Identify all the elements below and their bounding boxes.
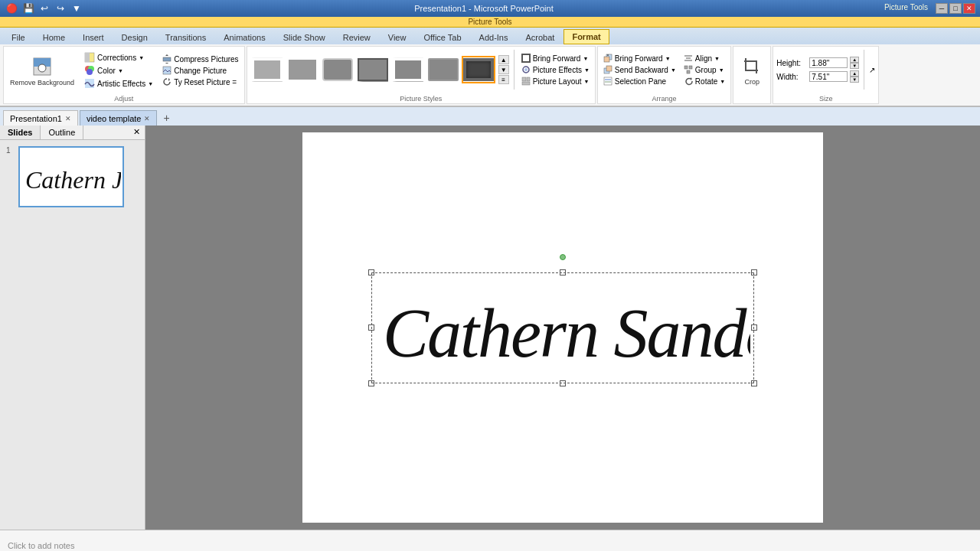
slide-canvas[interactable]: Cathern Sanders Reach [302,132,823,523]
reset-picture-icon [162,77,172,86]
doc-tab-close-2[interactable]: ✕ [144,115,150,122]
save-btn[interactable]: 💾 [21,2,35,15]
window-title: Presentation1 - Microsoft PowerPoint [83,4,884,13]
height-spin-up[interactable]: ▲ [850,57,859,63]
undo-btn[interactable]: ↩ [38,2,51,15]
tab-file[interactable]: File [3,29,34,44]
maximize-btn[interactable]: □ [949,3,962,14]
close-btn[interactable]: ✕ [963,3,975,14]
gallery-scroll-up[interactable]: ▲ [498,55,509,64]
slide-thumbnail-1[interactable]: Cathern Janders Reach [18,146,124,207]
picture-styles-label: Picture Styles [247,95,595,103]
svg-rect-28 [689,66,692,69]
tab-slideshow[interactable]: Slide Show [275,29,334,44]
doc-tab-presentation1[interactable]: Presentation1 ✕ [3,110,78,126]
height-spin-down[interactable]: ▼ [850,63,859,69]
tab-insert[interactable]: Insert [74,29,113,44]
artistic-arrow: ▼ [148,81,153,86]
artistic-label: Artistic Effects [97,80,145,88]
tab-officetab[interactable]: Office Tab [415,29,469,44]
width-spin-down[interactable]: ▼ [850,77,859,83]
rotate-btn[interactable]: Rotate ▼ [681,76,727,86]
tab-view[interactable]: View [380,29,415,44]
tab-review[interactable]: Review [335,29,379,44]
send-backward-label: Send Backward [615,66,668,74]
color-btn[interactable]: Color ▼ [82,64,155,77]
change-picture-btn[interactable]: Change Picture [160,65,240,76]
doc-tab-label-2: video template [87,114,142,123]
tab-home[interactable]: Home [34,29,74,44]
bring-forward-icon [603,54,612,63]
adjust-col: Corrections ▼ Color ▼ Artistic Effects ▼ [82,51,155,90]
picture-border-label: Bring Forward [533,54,581,63]
picture-effects-icon [521,65,531,74]
new-tab-btn[interactable]: + [158,110,174,126]
style-item-2[interactable] [286,56,319,83]
width-row: Width: ▲ ▼ [776,70,859,83]
artistic-icon [84,78,95,89]
corrections-btn[interactable]: Corrections ▼ [82,51,155,64]
svg-text:Cathern Janders Reach: Cathern Janders Reach [25,166,121,194]
quick-access-toolbar: 💾 ↩ ↪ ▼ [21,2,83,15]
notes-area[interactable]: Click to add notes [0,530,980,551]
width-input[interactable] [809,71,848,82]
selected-image[interactable]: Cathern Sanders Reach [371,272,754,383]
width-label: Width: [776,73,807,81]
rotation-handle[interactable] [560,254,566,260]
redo-btn[interactable]: ↪ [54,2,67,15]
crop-label: Crop [744,78,760,86]
tab-transitions[interactable]: Transitions [157,29,214,44]
width-spin-up[interactable]: ▲ [850,70,859,77]
gallery-more[interactable]: ≡ [498,75,509,84]
qa-dropdown[interactable]: ▼ [70,2,83,15]
notes-placeholder: Click to add notes [8,541,74,550]
style-item-6[interactable] [426,56,460,83]
bring-forward-btn[interactable]: Bring Forward ▼ [601,53,678,64]
arrange-col1: Bring Forward ▼ Send Backward ▼ Selectio… [601,53,678,86]
change-picture-icon [162,66,172,75]
remove-background-btn[interactable]: Remove Background [7,53,77,88]
size-expand[interactable]: ↗ [869,66,875,74]
tab-design[interactable]: Design [113,29,156,44]
remove-background-label: Remove Background [10,79,74,86]
svg-rect-23 [605,81,611,83]
slide-content-preview: Cathern Janders Reach [21,149,121,204]
slides-panel-close[interactable]: ✕ [129,126,145,139]
doc-tab-videotemplate[interactable]: video template ✕ [80,110,158,126]
tab-acrobat[interactable]: Acrobat [517,29,563,44]
style-item-4[interactable] [356,56,390,83]
group-btn[interactable]: Group ▼ [681,64,727,75]
doc-tab-close-1[interactable]: ✕ [65,115,71,122]
minimize-btn[interactable]: ─ [936,3,948,14]
slides-tab[interactable]: Slides [0,126,41,139]
tab-format[interactable]: Format [564,29,609,44]
selection-pane-btn[interactable]: Selection Pane [601,76,678,86]
picture-border-btn[interactable]: Bring Forward ▼ [519,53,592,64]
height-input[interactable] [809,57,848,68]
ribbon-tabs: File Home Insert Design Transitions Anim… [0,28,980,44]
artistic-btn[interactable]: Artistic Effects ▼ [82,77,155,90]
style-item-7[interactable] [462,56,495,83]
outline-tab[interactable]: Outline [41,126,83,139]
tab-addins[interactable]: Add-Ins [471,29,517,44]
compress-btn[interactable]: Compress Pictures [160,54,240,64]
title-bar: 🔴 💾 ↩ ↪ ▼ Presentation1 - Microsoft Powe… [0,0,980,17]
tab-animations[interactable]: Animations [215,29,273,44]
align-btn[interactable]: Align ▼ [681,53,727,64]
style-item-3[interactable] [321,56,354,83]
picture-effects-btn[interactable]: Picture Effects ▼ [519,64,592,75]
window-controls: Picture Tools ─ □ ✕ [884,3,975,14]
crop-icon [740,54,764,78]
reset-picture-btn[interactable]: Ty Reset Picture = [160,77,240,87]
picture-layout-btn[interactable]: Picture Layout ▼ [519,76,592,86]
crop-btn[interactable]: Crop [737,52,767,87]
style-item-5[interactable] [391,56,425,83]
send-backward-btn[interactable]: Send Backward ▼ [601,64,678,75]
picture-options-col: Bring Forward ▼ Picture Effects ▼ Pictur… [519,53,592,86]
corrections-icon [84,52,95,63]
slide-number-1: 1 [6,146,15,155]
style-item-1[interactable] [250,56,284,83]
gallery-scroll-btns: ▲ ▼ ≡ [498,55,509,84]
group-label: Group [695,66,717,74]
gallery-scroll-down[interactable]: ▼ [498,65,509,74]
